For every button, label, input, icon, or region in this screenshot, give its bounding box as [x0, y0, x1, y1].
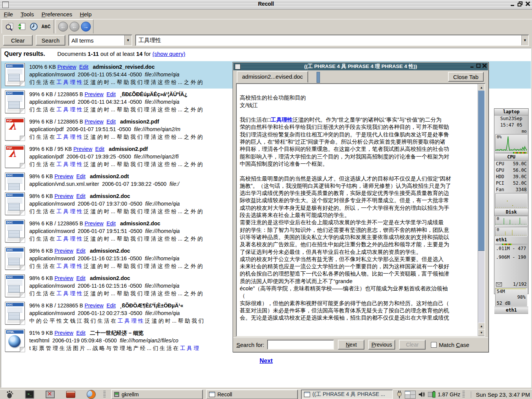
preview-link[interactable]: Preview [85, 220, 104, 226]
preview-titlebar[interactable]: ((工 PHRASE 4 具 PHRASE 4 理 PHRASE 4 性)) [233, 63, 488, 70]
menu-tools[interactable]: Tools [17, 10, 38, 18]
preview-link[interactable]: Preview [54, 330, 73, 336]
sort-icon[interactable] [16, 21, 27, 32]
find-clear-button[interactable]: Clear [399, 340, 426, 350]
power-plug-icon[interactable] [397, 391, 402, 398]
preview-link[interactable]: Preview [54, 173, 73, 179]
toolbar: ÅBĈ ← ← → [0, 19, 532, 34]
preview-close-button[interactable] [482, 63, 487, 68]
next-page-button[interactable]: → [81, 22, 91, 32]
find-input[interactable] [267, 340, 334, 350]
temperature-readouts: CPU59.0CGPU56.0CHDD39.0CPCI52.0C [494, 161, 528, 187]
scroll-up2-icon[interactable]: ▲ [478, 323, 485, 329]
results-title: Query results. [4, 51, 45, 57]
match-case-checkbox[interactable] [431, 342, 437, 348]
preview-link[interactable]: Preview [54, 248, 73, 254]
next-page-link[interactable]: Next [260, 358, 273, 364]
gnome-menu-icon[interactable] [5, 390, 14, 399]
preview-link[interactable]: Preview [73, 146, 92, 152]
result-title: admission2_revised.doc [93, 64, 155, 70]
main-titlebar[interactable]: Recoll [0, 0, 532, 10]
preview-link[interactable]: Preview [54, 275, 73, 281]
preview-text-line: 质的法国人即使因为不擅考试而上不了“grande [240, 278, 475, 285]
preview-link[interactable]: Preview [57, 64, 76, 70]
edit-link[interactable]: Edit [76, 275, 86, 281]
terminal-icon[interactable]: >_ [25, 390, 34, 399]
wifi-panel: 54M 98% 52 dB [495, 288, 527, 307]
task-gkrellm[interactable]: gkrellm [111, 390, 203, 399]
eth-label: eth1 [496, 237, 507, 243]
edit-link[interactable]: Edit [76, 330, 86, 336]
wifi-signal-db: 52 dB [497, 301, 510, 306]
edit-link[interactable]: Edit [76, 248, 86, 254]
history-clock-icon[interactable] [28, 21, 39, 32]
scroll-down-icon[interactable]: ▼ [478, 329, 485, 336]
cpu-krell [495, 152, 527, 154]
edit-link[interactable]: Edit [95, 146, 104, 152]
preview-text-line: 段去选拔将来在社会上最有可能成功的学生。 [240, 212, 475, 219]
search-button[interactable]: Search [36, 35, 65, 46]
doc-file-icon: DOC [5, 247, 25, 270]
first-page-button[interactable]: ← [58, 22, 68, 32]
scroll-up-icon[interactable]: ▲ [478, 84, 485, 91]
preview-link[interactable]: Preview [85, 119, 104, 125]
menu-preferences[interactable]: Preferences [38, 10, 76, 18]
preview-minimize-button[interactable] [470, 63, 475, 68]
chevron-down-icon[interactable]: ▼ [124, 35, 131, 45]
disk-write-chart: 0 [495, 227, 527, 237]
typewriter-icon[interactable] [66, 391, 75, 398]
edit-link[interactable]: Edit [76, 193, 86, 199]
previous-page-button[interactable]: ← [70, 22, 79, 32]
tab-admission2-revised-doc[interactable]: admission2...evised.doc [237, 71, 308, 83]
edit-link[interactable]: Edit [76, 173, 86, 179]
edit-link[interactable]: Edit [79, 64, 89, 70]
battery-cpu-icon[interactable] [428, 391, 435, 398]
preview-text-line: 高校招生最明显的目的当然是选拔人才。但这选拔人才的目标却不仅仅是人们假定“因材 [240, 175, 475, 182]
gkrellm-window[interactable]: laptop Sun23Sep 15:47 05 mo 0% CPU CPU59… [494, 108, 529, 294]
term-explorer-icon[interactable]: ÅBĈ [41, 21, 51, 32]
firefox-icon[interactable] [87, 390, 96, 399]
preview-maximize-button[interactable] [476, 63, 481, 68]
query-history-chevron-icon[interactable]: ▼ [521, 35, 528, 45]
preview-link[interactable]: Preview [85, 91, 104, 97]
menu-help[interactable]: Help [76, 10, 95, 18]
preview-link[interactable]: Preview [54, 193, 73, 199]
clear-button[interactable]: Clear [3, 35, 33, 46]
close-button[interactable] [525, 1, 530, 6]
preview-window[interactable]: ((工 PHRASE 4 具 PHRASE 4 理 PHRASE 4 性)) a… [233, 62, 489, 352]
result-score-size: 98% 6 KB [29, 275, 54, 281]
edit-link[interactable]: Edit [106, 119, 116, 125]
volume-icon[interactable] [418, 391, 425, 397]
task-recoll[interactable]: Recoll [206, 390, 298, 399]
taskbar-separator2 [462, 391, 465, 398]
menu-file[interactable]: File [0, 10, 17, 18]
scrollbar-thumb[interactable] [478, 90, 485, 251]
result-title: admission2.pdf [109, 146, 148, 152]
workspace-pager[interactable] [405, 391, 416, 399]
edit-link[interactable]: Edit [106, 302, 116, 309]
edit-link[interactable]: Edit [106, 91, 116, 97]
task-preview-window[interactable]: ((工 PHRASE 4 具 PHRASE ... [301, 390, 393, 399]
mail-icon [496, 282, 502, 287]
x-window-icon[interactable] [46, 391, 55, 398]
search-mode-select[interactable]: All terms ▼ [68, 35, 132, 46]
restore-button[interactable] [518, 1, 523, 6]
match-case-label: Match Case [439, 342, 469, 348]
minimize-button[interactable] [510, 1, 515, 6]
taskbar-clock[interactable]: Sun Sep 23, 3:47 PM [471, 391, 530, 398]
preview-scrollbar[interactable]: ▲ ▲ ▼ [478, 84, 484, 336]
preview-link[interactable]: Preview [85, 302, 104, 309]
results-range: 1-11 [88, 51, 99, 57]
edit-link[interactable]: Edit [106, 220, 116, 226]
close-tab-button[interactable]: Close Tab [448, 72, 484, 82]
preview-window-menu-icon[interactable] [235, 64, 241, 70]
preview-search-icon[interactable] [4, 21, 15, 32]
show-query-link[interactable]: (show query) [152, 51, 185, 57]
fan-value: 3348 [516, 187, 527, 193]
find-previous-button[interactable]: Previous [368, 340, 395, 350]
preview-text-area[interactable]: 高校招生的社会功能和目的文/钱江 我们生活在□工具理性泛滥的时代。作为“世之显学… [236, 83, 485, 337]
find-next-button[interactable]: Next [338, 340, 364, 350]
preview-tabbar: admission2...evised.doc Close Tab [234, 71, 487, 83]
task-label: ((工 PHRASE 4 具 PHRASE ... [312, 391, 385, 398]
query-input[interactable] [138, 35, 521, 45]
